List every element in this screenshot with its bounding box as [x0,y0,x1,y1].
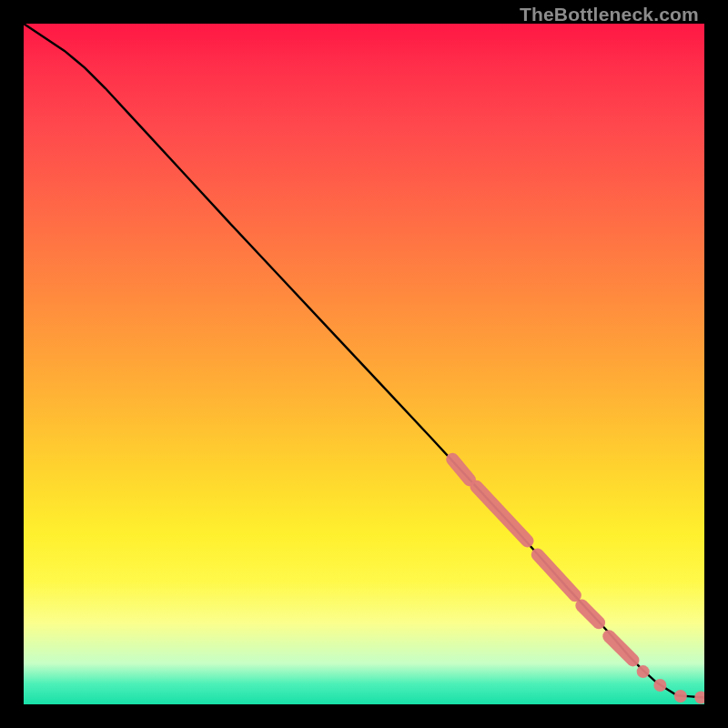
marker-cluster [609,636,632,660]
marker-cluster [581,606,599,623]
marker-dot [694,692,704,704]
marker-cluster [452,460,470,480]
curve-layer [24,24,704,698]
marker-cluster [538,554,575,595]
marker-cluster [476,487,527,541]
chart-overlay [24,24,704,704]
watermark-text: TheBottleneck.com [520,4,699,25]
marker-dot [653,679,666,692]
marker-dot [637,665,650,678]
chart-frame: TheBottleneck.com [0,0,728,728]
marker-dot [674,690,687,703]
marker-layer [452,460,704,704]
curve-line [24,24,704,698]
